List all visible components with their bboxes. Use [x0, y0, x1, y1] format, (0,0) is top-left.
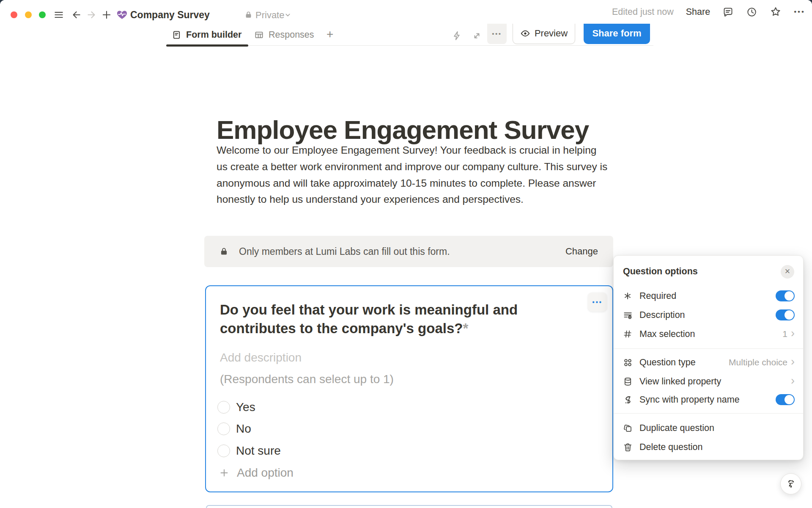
- share-button[interactable]: Share: [686, 7, 710, 17]
- hash-icon: [622, 329, 633, 339]
- menu-row-sync-property-name[interactable]: Sync with property name: [622, 390, 795, 409]
- expand-diagonal-icon[interactable]: [472, 30, 482, 41]
- page-title[interactable]: Company Survey: [130, 9, 210, 21]
- preview-button-label: Preview: [535, 28, 568, 39]
- question-card[interactable]: ••• Do you feel that your work is meanin…: [205, 285, 613, 492]
- chevron-right-icon: ›: [791, 328, 795, 339]
- option-label[interactable]: Yes: [236, 400, 255, 414]
- back-arrow-icon[interactable]: [71, 9, 82, 20]
- radio-circle[interactable]: [217, 444, 230, 457]
- menu-divider: [614, 413, 803, 414]
- tab-form-builder[interactable]: Form builder: [172, 24, 241, 46]
- menu-title: Question options: [623, 266, 698, 277]
- asterisk-icon: [622, 291, 633, 301]
- menu-divider: [614, 348, 803, 349]
- ai-face-icon: [785, 478, 797, 490]
- option-row-no[interactable]: No: [217, 418, 251, 440]
- description-toggle[interactable]: [776, 309, 795, 320]
- question-type-grid-icon: [622, 358, 633, 367]
- page-emoji-heart-pulse-icon[interactable]: [116, 9, 128, 20]
- form-title[interactable]: Employee Engagement Survey: [217, 113, 614, 146]
- menu-row-view-linked-property[interactable]: View linked property ›: [622, 372, 795, 391]
- duplicate-icon: [622, 423, 633, 433]
- chevron-right-icon: ›: [791, 356, 795, 367]
- close-icon: ×: [785, 267, 790, 276]
- option-row-not-sure[interactable]: Not sure: [217, 440, 281, 462]
- close-button[interactable]: ×: [781, 265, 794, 279]
- radio-circle[interactable]: [217, 422, 230, 435]
- option-label[interactable]: No: [236, 422, 251, 436]
- titlebar: Company Survey Private Edited just now S…: [0, 0, 812, 24]
- sync-property-toggle[interactable]: [776, 394, 795, 405]
- option-label[interactable]: Not sure: [236, 444, 281, 458]
- selection-limit-hint: (Respondents can select up to 1): [220, 373, 394, 386]
- preview-eye-icon: [520, 28, 530, 39]
- comments-icon[interactable]: [722, 6, 734, 18]
- titlebar-right-cluster: Edited just now Share •••: [612, 0, 805, 24]
- tab-responses-label: Responses: [269, 30, 314, 40]
- add-option-button[interactable]: Add option: [219, 462, 294, 484]
- menu-row-required[interactable]: Required: [622, 287, 795, 305]
- question-type-value: Multiple choice: [729, 357, 787, 367]
- preview-button[interactable]: Preview: [513, 24, 575, 44]
- lock-icon: [244, 11, 252, 19]
- description-lines-icon: [622, 310, 633, 320]
- view-more-options-icon: •••: [492, 30, 502, 37]
- add-option-label: Add option: [237, 466, 294, 480]
- tab-responses[interactable]: Responses: [254, 24, 314, 46]
- share-form-button-label: Share form: [592, 28, 641, 39]
- chevron-right-icon: ›: [791, 375, 795, 387]
- menu-row-question-type[interactable]: Question type Multiple choice ›: [622, 353, 795, 372]
- banner-text: Only members at Lumi Labs can fill out t…: [239, 246, 450, 257]
- responses-table-icon: [254, 30, 264, 40]
- question-more-options-button[interactable]: •••: [588, 293, 607, 312]
- view-more-options-button[interactable]: •••: [487, 24, 507, 44]
- favorite-star-icon[interactable]: [770, 6, 782, 18]
- trash-icon: [622, 442, 633, 452]
- required-asterisk: *: [463, 320, 468, 336]
- form-document-icon: [172, 30, 181, 40]
- access-restriction-banner: Only members at Lumi Labs can fill out t…: [204, 236, 613, 267]
- question-title[interactable]: Do you feel that your work is meaningful…: [220, 301, 558, 338]
- traffic-light-close[interactable]: [11, 11, 17, 18]
- traffic-light-minimize[interactable]: [25, 11, 32, 18]
- max-selection-value: 1: [782, 329, 787, 339]
- required-toggle[interactable]: [776, 290, 795, 301]
- menu-row-description[interactable]: Description: [622, 306, 795, 324]
- automations-lightning-icon[interactable]: [452, 30, 462, 41]
- sync-icon: [622, 395, 633, 405]
- history-clock-icon[interactable]: [746, 6, 757, 18]
- banner-lock-icon: [219, 247, 228, 256]
- menu-row-duplicate-question[interactable]: Duplicate question: [622, 419, 795, 437]
- banner-change-button[interactable]: Change: [565, 246, 598, 257]
- forward-arrow-icon[interactable]: [86, 9, 97, 20]
- privacy-label[interactable]: Private: [255, 10, 284, 21]
- new-tab-icon[interactable]: [101, 9, 112, 20]
- notion-ai-button[interactable]: [780, 473, 801, 494]
- traffic-light-zoom[interactable]: [39, 11, 46, 18]
- add-view-button[interactable]: +: [326, 28, 333, 41]
- tab-form-builder-label: Form builder: [186, 30, 241, 40]
- share-form-button[interactable]: Share form: [584, 24, 650, 44]
- chevron-down-icon[interactable]: [284, 11, 291, 19]
- next-question-card-edge[interactable]: [206, 505, 612, 508]
- menu-row-delete-question[interactable]: Delete question: [622, 438, 795, 456]
- radio-circle[interactable]: [217, 401, 230, 414]
- add-option-plus-icon: [219, 468, 229, 478]
- question-description-placeholder[interactable]: Add description: [220, 351, 302, 364]
- sidebar-menu-icon[interactable]: [53, 9, 64, 20]
- option-row-yes[interactable]: Yes: [217, 396, 255, 418]
- view-toolbar: Form builder Responses + ••• Preview Sha…: [0, 24, 812, 48]
- menu-row-max-selection[interactable]: Max selection 1 ›: [622, 325, 795, 343]
- database-icon: [622, 377, 633, 387]
- question-more-options-icon: •••: [592, 298, 602, 306]
- more-options-icon[interactable]: •••: [794, 8, 805, 16]
- form-intro-text[interactable]: Welcome to our Employee Engagement Surve…: [217, 142, 610, 208]
- question-options-menu: Question options × Required Description: [613, 255, 804, 460]
- edited-timestamp: Edited just now: [612, 7, 674, 17]
- app-window: Company Survey Private Edited just now S…: [0, 0, 812, 508]
